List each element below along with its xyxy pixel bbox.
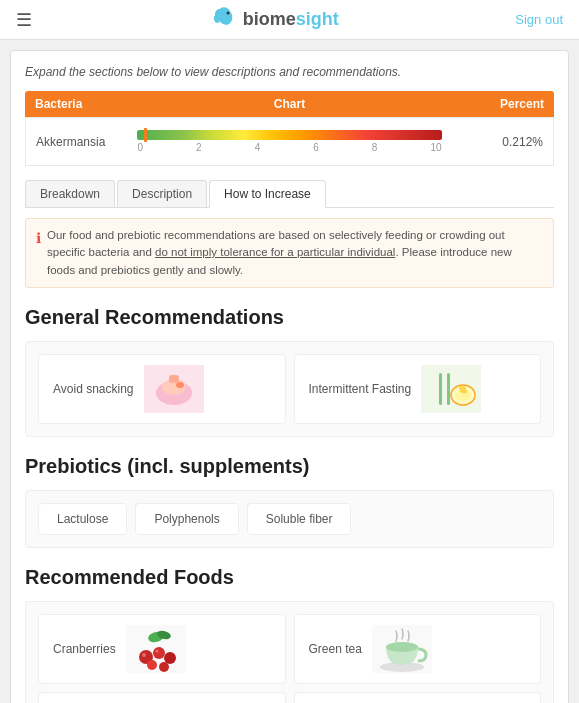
svg-point-20 <box>147 660 157 670</box>
info-icon: ℹ <box>36 228 41 249</box>
bar-marker <box>144 128 147 142</box>
svg-point-22 <box>142 653 146 657</box>
table-header: Bacteria Chart Percent <box>25 91 554 117</box>
svg-rect-7 <box>169 375 179 383</box>
logo-text: biomesight <box>243 9 339 30</box>
card-red-wine: Red wine <box>294 692 542 703</box>
cranberries-image <box>126 625 186 673</box>
chart-percent: 0.212% <box>442 135 543 149</box>
svg-point-26 <box>386 642 418 652</box>
tab-breakdown[interactable]: Breakdown <box>25 180 115 207</box>
general-recommendations-grid: Avoid snacking Intermittent Fasting <box>25 341 554 437</box>
recommended-foods-title: Recommended Foods <box>25 566 554 589</box>
svg-point-3 <box>226 11 229 14</box>
col-chart-header: Chart <box>139 91 440 117</box>
prebiotics-title: Prebiotics (incl. supplements) <box>25 455 554 478</box>
recommended-foods-grid: Cranberries <box>25 601 554 703</box>
chart-row: Akkermansia 0 2 4 6 8 10 0.212% <box>25 117 554 166</box>
svg-point-19 <box>164 652 176 664</box>
bacteria-name: Akkermansia <box>36 135 137 149</box>
card-cranberries: Cranberries <box>38 614 286 684</box>
chart-axis: 0 2 4 6 8 10 <box>137 142 441 153</box>
col-percent-header: Percent <box>440 91 554 117</box>
prebiotics-grid: Lactulose Polyphenols Soluble fiber <box>25 490 554 548</box>
pill-polyphenols: Polyphenols <box>135 503 238 535</box>
intermittent-fasting-image <box>421 365 481 413</box>
disclaimer-underline: do not imply tolerance for a particular … <box>155 246 395 258</box>
svg-rect-10 <box>439 373 442 405</box>
hamburger-icon[interactable]: ☰ <box>16 9 32 31</box>
card-green-tea: Green tea <box>294 614 542 684</box>
green-tea-label: Green tea <box>309 642 362 656</box>
svg-point-21 <box>159 662 169 672</box>
tab-how-to-increase[interactable]: How to Increase <box>209 180 326 208</box>
svg-point-8 <box>176 382 184 388</box>
main-container: Expand the sections below to view descri… <box>10 50 569 703</box>
card-pomegranate: Pomegranate <box>38 692 286 703</box>
avoid-snacking-image <box>144 365 204 413</box>
header: ☰ biomesight Sign out <box>0 0 579 40</box>
cranberries-label: Cranberries <box>53 642 116 656</box>
info-text: Our food and prebiotic recommendations a… <box>47 227 543 279</box>
sign-out-link[interactable]: Sign out <box>515 12 563 27</box>
svg-point-18 <box>153 647 165 659</box>
svg-point-23 <box>155 649 158 652</box>
green-tea-image <box>372 625 432 673</box>
tabs: Breakdown Description How to Increase <box>25 180 554 208</box>
card-intermittent-fasting: Intermittent Fasting <box>294 354 542 424</box>
chart-bar-container: 0 2 4 6 8 10 <box>137 126 441 157</box>
info-notice: ℹ Our food and prebiotic recommendations… <box>25 218 554 288</box>
col-bacteria-header: Bacteria <box>25 91 139 117</box>
general-recommendations-title: General Recommendations <box>25 306 554 329</box>
intermittent-fasting-label: Intermittent Fasting <box>309 382 412 396</box>
avoid-snacking-label: Avoid snacking <box>53 382 134 396</box>
svg-rect-11 <box>447 373 450 405</box>
pill-soluble-fiber: Soluble fiber <box>247 503 352 535</box>
logo-icon <box>209 6 237 34</box>
expand-note: Expand the sections below to view descri… <box>25 65 554 79</box>
tab-description[interactable]: Description <box>117 180 207 207</box>
gradient-bar <box>137 130 441 140</box>
pill-lactulose: Lactulose <box>38 503 127 535</box>
card-avoid-snacking: Avoid snacking <box>38 354 286 424</box>
logo: biomesight <box>32 6 515 34</box>
